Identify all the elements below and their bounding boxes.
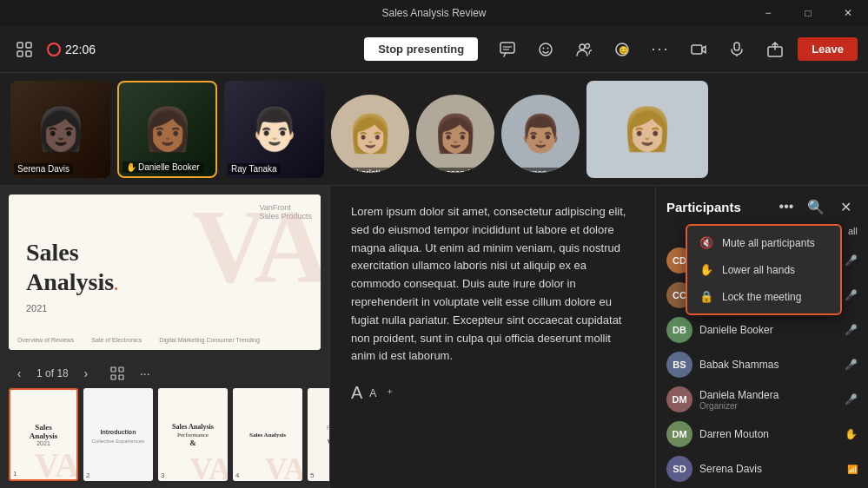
mute-all-menu-item[interactable]: 🔇 Mute all participants: [687, 229, 840, 256]
thumbnail-3[interactable]: VA Sales AnalysisPerformance& 3: [158, 388, 228, 481]
slide-nav: ‹ 1 of 18 › ···: [0, 359, 329, 388]
share-icon[interactable]: [759, 34, 791, 65]
info-danielle: Danielle Booker: [699, 324, 838, 336]
close-button[interactable]: ✕: [828, 0, 868, 26]
add-all-button[interactable]: all: [848, 226, 858, 236]
svg-point-10: [580, 44, 585, 49]
participant-name-ray: Ray Tanaka: [228, 163, 281, 175]
participant-name-danielle: ✋Danielle Booker: [123, 162, 203, 173]
lock-meeting-menu-item[interactable]: 🔒 Lock the meeting: [687, 283, 840, 310]
mic-icon-daniela: 🎤: [845, 393, 858, 406]
chat-icon[interactable]: [492, 34, 523, 65]
info-serena: Serena Davis: [699, 463, 840, 475]
slides-panel: VanFrontSales Products VA Sales Analysis…: [0, 186, 330, 488]
thumb-num-2: 2: [86, 472, 89, 479]
thumbnail-1[interactable]: VA SalesAnalysis 2021 1: [9, 388, 78, 481]
mic-icon[interactable]: [721, 34, 752, 65]
minimize-button[interactable]: −: [748, 0, 788, 26]
lower-hands-menu-item[interactable]: ✋ Lower all hands: [687, 256, 840, 283]
svg-point-11: [586, 43, 590, 48]
search-participants-button[interactable]: 🔍: [804, 195, 828, 219]
thumb-num-3: 3: [161, 472, 164, 479]
participant-row-danielle[interactable]: DB Danielle Booker 🎤: [656, 313, 868, 347]
stop-presenting-button[interactable]: Stop presenting: [364, 37, 478, 61]
participant-name-serena: Serena Davis: [14, 163, 73, 175]
font-size-indicator: A: [369, 387, 376, 399]
participant-tile-remote[interactable]: 👩🏼: [586, 81, 708, 178]
thumb-num-1: 1: [13, 470, 17, 478]
thumbnail-5[interactable]: Partnership FabrikamVanArsdel 5: [308, 388, 329, 481]
slide-year: 2021: [26, 303, 303, 313]
camera-icon[interactable]: [683, 34, 714, 65]
maximize-button[interactable]: □: [788, 0, 828, 26]
avatar-danielle: DB: [666, 317, 692, 343]
info-darren: Darren Mouton: [699, 428, 838, 440]
participant-tile-cassandra[interactable]: 👩🏽 ✋Cassandra Dunn: [416, 95, 494, 173]
grid-icon[interactable]: [10, 36, 38, 63]
participant-tile-darren[interactable]: 👨🏽 ✋Darren Mouton: [501, 95, 580, 173]
avatar-darren: DM: [666, 421, 692, 447]
header-actions: ••• 🔍 ✕: [774, 195, 858, 219]
close-participants-button[interactable]: ✕: [833, 195, 858, 219]
mic-icon-cassandra: 🎤: [845, 254, 858, 267]
next-slide-button[interactable]: ›: [76, 363, 96, 384]
signal-icon-serena: 📶: [847, 465, 858, 474]
prev-slide-button[interactable]: ‹: [9, 363, 30, 384]
window-controls: − □ ✕: [748, 0, 868, 26]
participant-tile-ray[interactable]: 👨🏻 Ray Tanaka: [224, 81, 324, 178]
text-size-controls: A A ⁺: [351, 383, 634, 403]
participant-row-darren[interactable]: DM Darren Mouton ✋: [656, 417, 868, 452]
participant-tile-charlotte[interactable]: 👩🏼 ✋Charlotte de Crum: [331, 95, 409, 173]
svg-rect-19: [119, 367, 123, 372]
mic-off-icon: 🔇: [699, 236, 713, 249]
icons-danielle: 🎤: [845, 324, 858, 336]
title-bar: Sales Analysis Review − □ ✕: [0, 0, 868, 26]
svg-rect-15: [734, 43, 739, 50]
font-options-button[interactable]: ⁺: [387, 386, 393, 400]
participant-row-babak[interactable]: BS Babak Shammas 🎤: [656, 347, 868, 382]
participant-row-daniela[interactable]: DM Daniela Mandera Organizer 🎤: [656, 382, 868, 417]
thumbnail-row: VA SalesAnalysis 2021 1 Introduction Col…: [0, 388, 329, 488]
participant-row-serena[interactable]: SD Serena Davis 📶: [656, 452, 868, 486]
participant-tile-serena[interactable]: 👩🏿 Serena Davis: [10, 81, 110, 178]
reactions-icon[interactable]: 😊: [606, 34, 638, 65]
context-menu: 🔇 Mute all participants ✋ Lower all hand…: [686, 224, 842, 315]
increase-font-button[interactable]: A: [351, 383, 362, 403]
slide-bottom-row: Overview of Reviews Sale of Electronics …: [17, 337, 312, 343]
hand-down-icon: ✋: [699, 263, 713, 276]
more-options-icon[interactable]: ···: [645, 34, 676, 65]
icons-daniela: 🎤: [845, 393, 858, 406]
main-slide: VanFrontSales Products VA Sales Analysis…: [9, 195, 321, 350]
svg-rect-0: [17, 43, 23, 48]
svg-text:😊: 😊: [619, 45, 629, 56]
emoji-icon[interactable]: [530, 34, 561, 65]
participants-more-button[interactable]: •••: [774, 195, 798, 219]
thumbnail-grid-button[interactable]: [107, 363, 128, 384]
mic-icon-charlotte: 🎤: [845, 289, 858, 301]
thumb-num-4: 4: [235, 472, 239, 479]
window-title: Sales Analysis Review: [381, 7, 486, 19]
participant-tile-danielle[interactable]: 👩🏾 ✋Danielle Booker: [117, 81, 217, 178]
icons-babak: 🎤: [845, 359, 858, 371]
svg-rect-20: [111, 375, 116, 379]
svg-rect-21: [119, 375, 123, 379]
svg-point-8: [543, 47, 545, 49]
participant-name-darren: ✋Darren Mouton: [505, 168, 580, 173]
svg-rect-2: [17, 51, 23, 56]
avatar-serena: SD: [666, 456, 692, 482]
slide-watermark: VA: [192, 195, 321, 299]
icons-charlotte: 🎤: [845, 289, 858, 301]
more-slide-options-button[interactable]: ···: [135, 363, 156, 384]
text-panel: Lorem ipsum dolor sit amet, consectetur …: [330, 186, 655, 488]
participant-name-cassandra: ✋Cassandra Dunn: [420, 168, 494, 173]
thumbnail-4[interactable]: VA Sales Analysis 4: [233, 388, 302, 481]
svg-rect-4: [500, 43, 514, 53]
thumbnail-2[interactable]: Introduction Collective Experiences 2: [83, 388, 153, 481]
svg-point-7: [540, 43, 552, 56]
people-icon[interactable]: [568, 34, 600, 65]
avatar-babak: BS: [666, 352, 692, 378]
slide-content: VanFrontSales Products VA Sales Analysis…: [9, 195, 321, 350]
svg-rect-14: [692, 45, 702, 54]
recording-indicator: [47, 43, 61, 56]
leave-button[interactable]: Leave: [798, 37, 858, 61]
